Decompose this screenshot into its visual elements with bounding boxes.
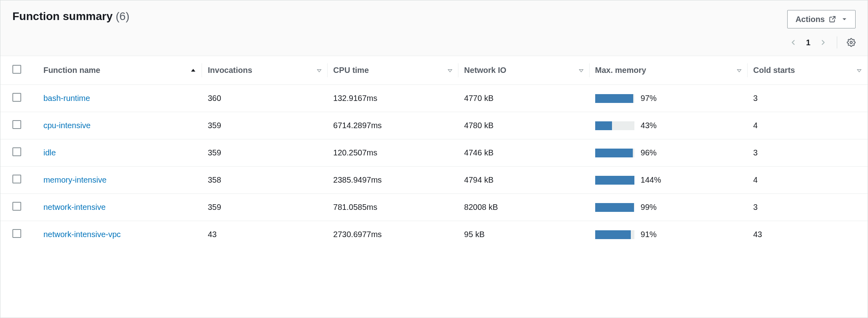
max-memory-cell: 97%: [590, 85, 748, 112]
external-link-icon: [829, 16, 836, 23]
column-header-network-io[interactable]: Network IO: [458, 56, 589, 85]
cpu-time-cell: 6714.2897ms: [328, 112, 458, 139]
caret-down-icon: [842, 16, 847, 22]
sort-icon: [578, 68, 584, 73]
column-label: Invocations: [208, 66, 252, 75]
memory-bar: [595, 230, 634, 239]
network-io-cell: 4780 kB: [458, 112, 589, 139]
table-row: bash-runtime360132.9167ms4770 kB97%3: [0, 85, 868, 112]
column-header-cold-starts[interactable]: Cold starts: [748, 56, 868, 85]
table-row: memory-intensive3582385.9497ms4794 kB144…: [0, 167, 868, 194]
column-label: Network IO: [464, 66, 506, 75]
column-label: Cold starts: [753, 66, 795, 75]
function-name-link[interactable]: idle: [43, 148, 56, 157]
memory-percent: 91%: [641, 230, 657, 239]
network-io-cell: 95 kB: [458, 221, 589, 248]
column-header-cpu-time[interactable]: CPU time: [328, 56, 458, 85]
header-right: Actions 1: [787, 10, 856, 48]
cold-starts-cell: 43: [748, 221, 868, 248]
panel-title-count: (6): [116, 10, 129, 22]
pager-row: 1: [789, 36, 856, 48]
cold-starts-cell: 4: [748, 112, 868, 139]
cold-starts-cell: 4: [748, 167, 868, 194]
max-memory-cell: 96%: [590, 139, 748, 167]
divider: [837, 36, 837, 48]
pager-page-number: 1: [806, 38, 810, 47]
network-io-cell: 82008 kB: [458, 194, 589, 221]
cpu-time-cell: 120.2507ms: [328, 139, 458, 167]
function-name-link[interactable]: bash-runtime: [43, 94, 90, 103]
row-checkbox[interactable]: [12, 202, 21, 211]
column-header-invocations[interactable]: Invocations: [202, 56, 328, 85]
table-wrap: Function name Invocations: [0, 56, 868, 318]
cold-starts-cell: 3: [748, 194, 868, 221]
invocations-cell: 359: [202, 139, 328, 167]
pager-prev-button[interactable]: [789, 38, 797, 46]
network-io-cell: 4794 kB: [458, 167, 589, 194]
memory-percent: 96%: [641, 148, 657, 157]
select-all-checkbox[interactable]: [12, 65, 21, 74]
svg-point-0: [850, 41, 852, 44]
invocations-cell: 358: [202, 167, 328, 194]
memory-bar: [595, 149, 634, 157]
memory-bar: [595, 94, 634, 103]
table-row: network-intensive-vpc432730.6977ms95 kB9…: [0, 221, 868, 248]
sort-asc-icon: [190, 67, 196, 74]
sort-icon: [736, 68, 742, 73]
row-checkbox[interactable]: [12, 147, 21, 156]
actions-button-label: Actions: [796, 15, 825, 24]
table-row: cpu-intensive3596714.2897ms4780 kB43%4: [0, 112, 868, 139]
memory-bar: [595, 176, 634, 185]
table-header-row: Function name Invocations: [0, 56, 868, 85]
invocations-cell: 359: [202, 194, 328, 221]
panel-title-text: Function summary: [12, 10, 112, 22]
cold-starts-cell: 3: [748, 139, 868, 167]
memory-bar: [595, 121, 634, 130]
row-checkbox[interactable]: [12, 229, 21, 238]
column-header-max-memory[interactable]: Max. memory: [590, 56, 748, 85]
function-name-link[interactable]: network-intensive: [43, 203, 106, 211]
panel-header: Function summary (6) Actions: [0, 0, 868, 56]
sort-icon: [316, 68, 322, 73]
memory-percent: 99%: [641, 203, 657, 212]
function-name-link[interactable]: memory-intensive: [43, 175, 106, 184]
memory-percent: 144%: [641, 175, 661, 185]
settings-button[interactable]: [847, 38, 856, 47]
sort-icon: [447, 68, 453, 73]
column-label: Max. memory: [595, 66, 646, 75]
cold-starts-cell: 3: [748, 85, 868, 112]
invocations-cell: 360: [202, 85, 328, 112]
row-checkbox[interactable]: [12, 120, 21, 129]
functions-table: Function name Invocations: [0, 56, 868, 248]
column-label: CPU time: [333, 66, 369, 75]
network-io-cell: 4746 kB: [458, 139, 589, 167]
table-row: network-intensive359781.0585ms82008 kB99…: [0, 194, 868, 221]
pager: 1: [789, 38, 827, 47]
max-memory-cell: 43%: [590, 112, 748, 139]
max-memory-cell: 99%: [590, 194, 748, 221]
column-header-function-name[interactable]: Function name: [38, 56, 202, 85]
memory-percent: 97%: [641, 94, 657, 103]
cpu-time-cell: 2385.9497ms: [328, 167, 458, 194]
memory-bar: [595, 203, 634, 212]
network-io-cell: 4770 kB: [458, 85, 589, 112]
max-memory-cell: 91%: [590, 221, 748, 248]
actions-button[interactable]: Actions: [787, 10, 856, 28]
max-memory-cell: 144%: [590, 167, 748, 194]
invocations-cell: 43: [202, 221, 328, 248]
function-name-link[interactable]: cpu-intensive: [43, 121, 90, 130]
sort-icon: [856, 68, 862, 73]
cpu-time-cell: 781.0585ms: [328, 194, 458, 221]
panel-title: Function summary (6): [12, 10, 130, 23]
cpu-time-cell: 132.9167ms: [328, 85, 458, 112]
function-summary-panel: Function summary (6) Actions: [0, 0, 868, 318]
cpu-time-cell: 2730.6977ms: [328, 221, 458, 248]
function-name-link[interactable]: network-intensive-vpc: [43, 230, 120, 239]
row-checkbox[interactable]: [12, 175, 21, 183]
column-label: Function name: [43, 66, 100, 75]
table-row: idle359120.2507ms4746 kB96%3: [0, 139, 868, 167]
pager-next-button[interactable]: [819, 38, 827, 46]
row-checkbox[interactable]: [12, 93, 21, 102]
invocations-cell: 359: [202, 112, 328, 139]
memory-percent: 43%: [641, 121, 657, 130]
